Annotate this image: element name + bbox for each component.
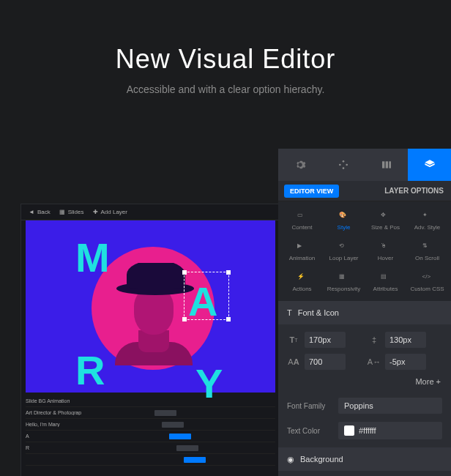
option-size-pos[interactable]: ✥Size & Pos: [365, 206, 406, 237]
play-icon: ▶: [297, 242, 308, 253]
svg-rect-4: [382, 161, 384, 168]
option-adv-style[interactable]: ✦Adv. Style: [406, 206, 448, 237]
letter-spacing-field: A↔: [368, 354, 442, 370]
option-actions[interactable]: ⚡Actions: [281, 267, 323, 298]
font-weight-input[interactable]: [305, 354, 346, 370]
scroll-icon: ⇅: [422, 242, 433, 253]
panel-top-tabs: [278, 149, 451, 181]
more-button[interactable]: More +: [278, 377, 451, 393]
editor-toolbar: ◄ Back ▦ Slides ✚ Add Layer: [21, 204, 280, 220]
text-color-row: Text Color #ffffff: [278, 418, 451, 443]
svg-point-2: [346, 164, 348, 166]
font-family-label: Font Family: [287, 402, 338, 410]
svg-point-1: [339, 164, 341, 166]
editor-view-button[interactable]: EDITOR VIEW: [284, 185, 339, 198]
back-button[interactable]: ◄ Back: [29, 209, 51, 215]
inspector-panel: EDITOR VIEW LAYER OPTIONS ▭Content 🎨Styl…: [278, 149, 451, 476]
hero: New Visual Editor Accessible and with a …: [0, 0, 451, 95]
loop-icon: ⟲: [339, 242, 349, 253]
sparkle-icon: ✦: [422, 212, 433, 222]
panel-sub-tabs: EDITOR VIEW LAYER OPTIONS: [278, 181, 451, 201]
timeline-row[interactable]: Hello, I'm Mary: [26, 422, 106, 427]
layer-options-grid: ▭Content 🎨Style ✥Size & Pos ✦Adv. Style …: [278, 201, 451, 301]
tab-slide[interactable]: [365, 149, 408, 181]
option-on-scroll[interactable]: ⇅On Scroll: [406, 237, 448, 267]
content-icon: ▭: [297, 212, 308, 222]
svg-rect-5: [385, 161, 387, 168]
text-icon: T: [287, 308, 292, 317]
line-height-field: ‡: [368, 332, 442, 348]
font-size-icon: TT: [287, 335, 300, 344]
timeline-row[interactable]: Art Director & Photograp: [26, 410, 106, 415]
section-font-icon[interactable]: T Font & Icon: [278, 301, 451, 324]
font-weight-icon: AA: [287, 357, 300, 366]
timeline-row[interactable]: Slide BG Animation: [26, 398, 106, 404]
svg-rect-6: [389, 161, 391, 168]
font-fields: TT ‡ AA A↔: [278, 324, 451, 377]
text-color-input[interactable]: #ffffff: [338, 422, 442, 439]
document-icon: ▤: [381, 273, 391, 283]
responsive-icon: ▦: [339, 273, 349, 283]
svg-point-3: [342, 167, 344, 169]
hero-subtitle: Accessible and with a clear option hiera…: [0, 83, 451, 95]
selection-box[interactable]: [184, 272, 229, 320]
background-icon: ◉: [287, 455, 294, 464]
bolt-icon: ⚡: [297, 273, 308, 283]
timeline-row[interactable]: A: [26, 434, 106, 439]
option-style[interactable]: 🎨Style: [323, 206, 365, 237]
tab-layers[interactable]: [408, 149, 451, 181]
gear-icon: [294, 159, 306, 171]
move-icon: [338, 159, 349, 171]
letter-spacing-icon: A↔: [368, 357, 381, 366]
font-family-select[interactable]: Poppins: [338, 398, 442, 414]
line-height-input[interactable]: [385, 332, 426, 348]
text-color-label: Text Color: [287, 427, 338, 435]
layers-icon: [424, 159, 436, 171]
option-hover[interactable]: 🖱Hover: [365, 237, 406, 267]
option-attributes[interactable]: ▤Attributes: [365, 267, 406, 298]
line-height-icon: ‡: [368, 335, 381, 344]
option-custom-css[interactable]: </>Custom CSS: [406, 267, 448, 298]
columns-icon: [381, 159, 392, 171]
layer-options-label[interactable]: LAYER OPTIONS: [384, 187, 444, 195]
canvas[interactable]: M A R Y: [26, 220, 275, 393]
add-layer-button[interactable]: ✚ Add Layer: [93, 209, 127, 215]
section-background[interactable]: ◉ Background: [278, 447, 451, 471]
letter-spacing-input[interactable]: [385, 354, 426, 370]
editor-preview-window: ◄ Back ▦ Slides ✚ Add Layer M A R Y Slid…: [20, 204, 280, 476]
hero-title: New Visual Editor: [0, 44, 451, 75]
option-content[interactable]: ▭Content: [281, 206, 323, 237]
svg-point-0: [342, 160, 344, 163]
mouse-icon: 🖱: [381, 242, 391, 253]
canvas-letter[interactable]: M: [75, 234, 110, 281]
option-responsivity[interactable]: ▦Responsivity: [323, 267, 365, 298]
tab-navigation[interactable]: [321, 149, 365, 181]
font-size-input[interactable]: [305, 332, 346, 348]
canvas-letter[interactable]: R: [75, 346, 105, 394]
font-size-field: TT: [287, 332, 362, 348]
code-icon: </>: [422, 273, 433, 283]
option-loop-layer[interactable]: ⟲Loop Layer: [323, 237, 365, 267]
tab-settings[interactable]: [278, 149, 321, 181]
timeline[interactable]: Slide BG Animation Art Director & Photog…: [21, 393, 280, 469]
font-family-row: Font Family Poppins: [278, 393, 451, 418]
font-weight-field: AA: [287, 354, 362, 370]
slides-button[interactable]: ▦ Slides: [59, 209, 84, 215]
canvas-letter[interactable]: Y: [195, 360, 223, 407]
canvas-person-photo: [112, 263, 194, 365]
palette-icon: 🎨: [339, 212, 349, 222]
color-swatch[interactable]: [344, 425, 354, 436]
timeline-row[interactable]: R: [26, 445, 106, 450]
option-animation[interactable]: ▶Animation: [281, 237, 323, 267]
arrows-icon: ✥: [381, 212, 391, 222]
